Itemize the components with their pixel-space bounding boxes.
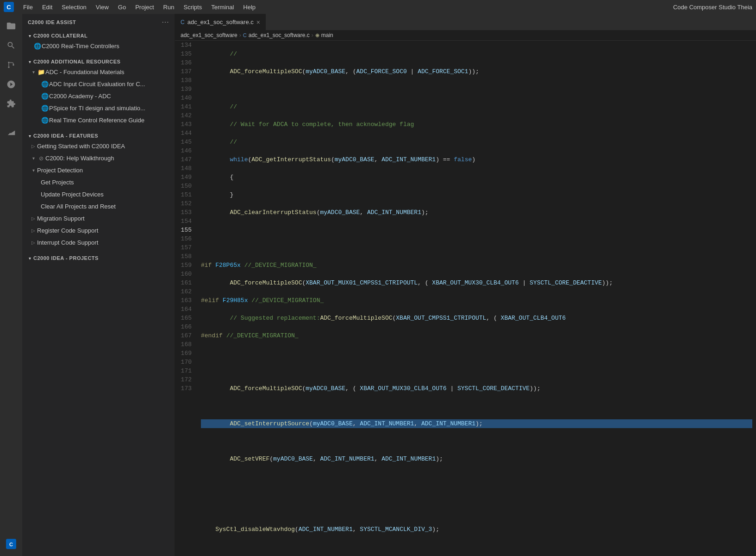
globe-icon-4: 🌐 xyxy=(41,103,49,114)
code-140: while(ADC_getInterruptStatus(myADC0_BASE… xyxy=(201,155,752,164)
feature-get-projects[interactable]: Get Projects xyxy=(22,177,175,189)
code-143: ADC_clearInterruptStatus(myADC0_BASE, AD… xyxy=(201,208,752,217)
additional-items: ▾ 📁 ADC - Foundational Materials 🌐 ADC I… xyxy=(22,66,175,126)
menu-scripts[interactable]: Scripts xyxy=(180,3,206,12)
feature-getting-started[interactable]: ▷ Getting Started with C2000 IDEA xyxy=(22,140,175,152)
feature-register-label: Register Code Support xyxy=(37,226,98,236)
menu-project[interactable]: Project xyxy=(131,3,157,12)
activity-search[interactable] xyxy=(3,37,19,54)
code-content: // ADC_forceMultipleSOC(myADC0_BASE, (AD… xyxy=(197,41,756,556)
code-135: ADC_forceMultipleSOC(myADC0_BASE, (ADC_F… xyxy=(201,67,752,76)
additional-item-academy[interactable]: 🌐 C2000 Academy - ADC xyxy=(22,90,175,102)
section-features[interactable]: ▾ C2000 IDEA - FEATURES xyxy=(22,130,175,140)
code-154 xyxy=(201,402,752,411)
ln-172: 172 xyxy=(179,375,192,384)
code-161: SysCtl_disableWtavhdog(ADC_INT_NUMBER1, … xyxy=(201,525,752,534)
menu-terminal[interactable]: Terminal xyxy=(207,3,237,12)
feature-help-walkthrough[interactable]: ▾ ⊘ C2000: Help Walkthrough xyxy=(22,152,175,164)
ln-135: 135 xyxy=(179,50,192,58)
register-code-arrow: ▷ xyxy=(30,226,37,236)
ln-162: 162 xyxy=(179,287,192,296)
ln-166: 166 xyxy=(179,322,192,331)
activity-extensions[interactable] xyxy=(3,95,19,112)
tab-adc-ex1[interactable]: C adc_ex1_soc_software.c × xyxy=(175,14,266,30)
code-158 xyxy=(201,472,752,481)
main-layout: C C2000 IDE ASSIST ⋯ ▾ C2000 COLLATERAL … xyxy=(0,14,756,556)
help-icon: ⊘ xyxy=(37,153,45,164)
feature-update-devices[interactable]: Update Project Devices xyxy=(22,189,175,201)
folder-icon: 📁 xyxy=(37,67,45,77)
ln-141: 141 xyxy=(179,102,192,111)
additional-item-pspice[interactable]: 🌐 PSpice for TI design and simulatio... xyxy=(22,102,175,114)
sidebar-more-button[interactable]: ⋯ xyxy=(162,18,169,26)
activity-c2000[interactable]: C xyxy=(3,536,19,552)
activity-scm[interactable] xyxy=(3,57,19,73)
svg-point-2 xyxy=(8,62,9,63)
code-145 xyxy=(201,243,752,252)
menu-edit[interactable]: Edit xyxy=(38,3,56,12)
collateral-arrow: ▾ xyxy=(26,33,33,38)
menu-selection[interactable]: Selection xyxy=(58,3,90,12)
sidebar-panel-title: C2000 IDE ASSIST xyxy=(28,19,76,25)
code-156 xyxy=(201,437,752,446)
app-title: Code Composer Studio Theia xyxy=(673,4,752,11)
feature-project-detection-label: Project Detection xyxy=(37,165,83,176)
code-141: { xyxy=(201,173,752,182)
ln-173: 173 xyxy=(179,384,192,393)
ln-144: 144 xyxy=(179,129,192,138)
menu-run[interactable]: Run xyxy=(160,3,178,12)
feature-clear-projects-label: Clear All Projects and Reset xyxy=(41,202,116,212)
line-numbers: 134 135 136 137 138 139 140 141 142 143 … xyxy=(175,41,197,556)
globe-icon: 🌐 xyxy=(33,41,42,51)
ln-154: 154 xyxy=(179,217,192,226)
code-157: ADC_setVREF(myADC0_BASE, ADC_INT_NUMBER1… xyxy=(201,455,752,463)
additional-item-realtime-ref[interactable]: 🌐 Real Time Control Reference Guide xyxy=(22,114,175,126)
additional-item-adc-input[interactable]: 🌐 ADC Input Circuit Evaluation for C... xyxy=(22,78,175,90)
additional-adc-folder-label: ADC - Foundational Materials xyxy=(45,67,125,77)
feature-project-detection[interactable]: ▾ Project Detection xyxy=(22,164,175,177)
tab-close-button[interactable]: × xyxy=(256,19,260,26)
feature-clear-projects[interactable]: Clear All Projects and Reset xyxy=(22,201,175,213)
menu-go[interactable]: Go xyxy=(114,3,130,12)
collateral-item-realtime[interactable]: 🌐 C2000 Real-Time Controllers xyxy=(22,40,175,52)
feature-migration-support[interactable]: ▷ Migration Support xyxy=(22,213,175,225)
feature-get-projects-label: Get Projects xyxy=(41,177,74,188)
ln-143: 143 xyxy=(179,120,192,129)
globe-icon-5: 🌐 xyxy=(41,115,49,126)
activity-graph[interactable] xyxy=(3,124,19,141)
section-additional[interactable]: ▾ C2000 ADDITIONAL RESOURCES xyxy=(22,56,175,66)
additional-item-adc-folder[interactable]: ▾ 📁 ADC - Foundational Materials xyxy=(22,66,175,78)
ln-156: 156 xyxy=(179,234,192,243)
breadcrumb-part2: adc_ex1_soc_software.c xyxy=(249,32,310,38)
svg-text:C: C xyxy=(9,542,13,547)
menu-view[interactable]: View xyxy=(92,3,112,12)
section-collateral[interactable]: ▾ C2000 COLLATERAL xyxy=(22,30,175,40)
help-walkthrough-arrow: ▾ xyxy=(30,153,37,164)
feature-getting-started-label: Getting Started with C2000 IDEA xyxy=(37,141,125,152)
code-146: #if F28P65x //_DEVICE_MIGRATION_ xyxy=(201,261,752,270)
activity-explorer[interactable] xyxy=(3,18,19,34)
breadcrumb-sep2: › xyxy=(312,32,313,38)
code-153: ADC_forceMultipleSOC(myADC0_BASE, ( XBAR… xyxy=(201,384,752,393)
features-label: C2000 IDEA - FEATURES xyxy=(33,133,98,139)
feature-register-code[interactable]: ▷ Register Code Support xyxy=(22,225,175,237)
feature-interrupt-code[interactable]: ▷ Interrupt Code Support xyxy=(22,237,175,249)
ln-153: 153 xyxy=(179,208,192,217)
ln-164: 164 xyxy=(179,305,192,314)
section-projects[interactable]: ▾ C2000 IDEA - PROJECTS xyxy=(22,253,175,263)
code-137: // xyxy=(201,102,752,111)
code-150: #endif //_DEVICE_MIGRATION_ xyxy=(201,331,752,340)
code-159 xyxy=(201,490,752,499)
collateral-realtime-label: C2000 Real-Time Controllers xyxy=(42,41,119,51)
tab-bar: C adc_ex1_soc_software.c × xyxy=(175,14,756,30)
breadcrumb: adc_ex1_soc_software › C adc_ex1_soc_sof… xyxy=(175,30,756,41)
ln-136: 136 xyxy=(179,58,192,67)
menu-help[interactable]: Help xyxy=(239,3,259,12)
svg-point-3 xyxy=(8,66,9,68)
ln-140: 140 xyxy=(179,94,192,102)
code-editor[interactable]: 134 135 136 137 138 139 140 141 142 143 … xyxy=(175,41,756,556)
menu-file[interactable]: File xyxy=(19,3,37,12)
sidebar: C2000 IDE ASSIST ⋯ ▾ C2000 COLLATERAL 🌐 … xyxy=(22,14,175,556)
activity-debug[interactable] xyxy=(3,76,19,93)
tab-c-icon: C xyxy=(181,19,185,25)
